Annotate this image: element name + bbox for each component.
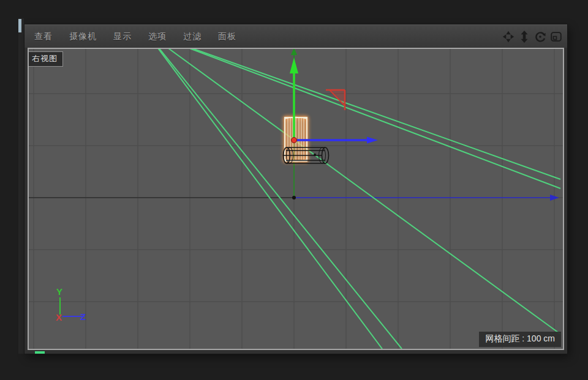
panel-splitter-highlight xyxy=(18,19,21,32)
menu-item-view[interactable]: 查看 xyxy=(34,31,53,42)
axis-indicator-x: X xyxy=(56,312,62,322)
grid-lines xyxy=(29,49,563,349)
pan-view-icon[interactable] xyxy=(501,29,516,44)
panel-indicator-tab xyxy=(35,351,45,354)
x-axis-handle-dot[interactable] xyxy=(292,138,297,143)
viewport-menubar: 查看 摄像机 显示 选项 过滤 面板 xyxy=(24,24,567,48)
menu-item-display[interactable]: 显示 xyxy=(113,31,132,42)
world-y-arrowhead xyxy=(291,49,297,55)
viewport-canvas[interactable]: Y X Z 右视图 网格间距 : 100 cm xyxy=(29,49,563,349)
viewport-nav-icons xyxy=(501,25,564,48)
axis-indicator-y: Y xyxy=(56,286,62,297)
grid-spacing-label: 网格间距 : 100 cm xyxy=(479,332,561,347)
menu-item-camera[interactable]: 摄像机 xyxy=(69,31,97,42)
camera-up-marker[interactable] xyxy=(326,90,345,110)
scene-object[interactable] xyxy=(284,58,379,163)
menu-item-panel[interactable]: 面板 xyxy=(218,31,236,42)
zoom-view-icon[interactable] xyxy=(517,29,532,44)
panel-splitter[interactable] xyxy=(18,18,24,354)
toggle-panel-icon[interactable] xyxy=(549,29,564,44)
menu-item-filter[interactable]: 过滤 xyxy=(183,31,202,42)
world-origin-dot xyxy=(292,196,296,199)
menu-item-options[interactable]: 选项 xyxy=(148,31,167,42)
z-axis-handle[interactable] xyxy=(296,137,378,144)
view-name-label: 右视图 xyxy=(29,51,63,67)
axis-indicator-z: Z xyxy=(80,311,86,322)
axis-indicator: Y X Z xyxy=(56,286,86,322)
viewport-window: 查看 摄像机 显示 选项 过滤 面板 xyxy=(24,24,567,354)
viewport-frame: Y X Z 右视图 网格间距 : 100 cm xyxy=(28,48,564,350)
rotate-view-icon[interactable] xyxy=(533,29,548,44)
